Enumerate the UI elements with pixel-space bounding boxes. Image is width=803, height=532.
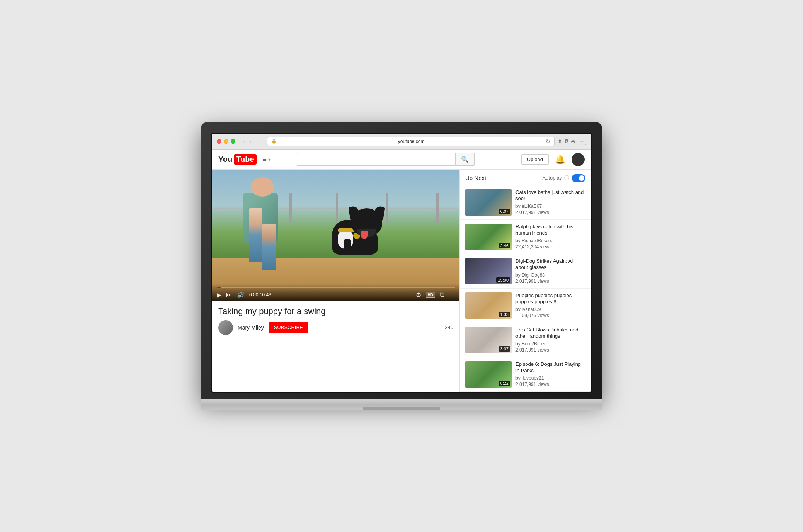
window-controls-right: ⬆ ⧉ ⊝ + <box>558 138 586 145</box>
progress-bar[interactable] <box>217 287 455 288</box>
hd-badge: HD <box>426 292 435 298</box>
miniplayer-icon: ⧉ <box>440 291 444 298</box>
user-avatar[interactable] <box>572 153 585 166</box>
person-head <box>251 177 274 197</box>
add-tab-button[interactable]: + <box>578 138 586 145</box>
minimize-button[interactable] <box>224 139 228 144</box>
notifications-button[interactable]: 🔔 <box>555 155 565 165</box>
video-meta-views: 1,109,076 views <box>515 313 585 318</box>
address-bar-container: 🔒 ↻ <box>267 137 555 146</box>
miniplayer-button[interactable]: ⧉ <box>440 291 444 298</box>
youtube-header: You Tube ≡ ▾ 🔍 Upload 🔔 <box>212 150 591 170</box>
lock-icon: 🔒 <box>271 139 277 144</box>
video-duration: 15:00 <box>496 277 510 283</box>
fence-post <box>386 193 388 224</box>
fullscreen-button[interactable]: ⛶ <box>449 291 455 298</box>
autoplay-controls: Autoplay ⓘ <box>542 174 585 182</box>
video-list-item[interactable]: 8:22 Episode 6: Dogs Just Playing in Par… <box>460 357 591 392</box>
refresh-button[interactable]: ↻ <box>546 138 550 144</box>
video-duration: 2:46 <box>499 243 510 248</box>
upload-button[interactable]: Upload <box>521 154 549 165</box>
video-list-item[interactable]: 1:33 Puppies puppies puppies puppies pup… <box>460 289 591 323</box>
back-button[interactable]: ‹ <box>242 138 247 145</box>
video-meta: Ralph plays catch with his human friends… <box>515 224 585 250</box>
video-controls-overlay: ▶ ⏭ 🔊 0:00 / <box>212 284 459 301</box>
time-total: 0:43 <box>262 292 271 297</box>
autoplay-toggle[interactable] <box>572 174 585 182</box>
next-button[interactable]: ⏭ <box>226 291 232 298</box>
channel-avatar[interactable] <box>218 320 233 335</box>
tab-duplicate-button[interactable]: ⧉ <box>565 138 568 144</box>
dog-front-leg <box>344 239 351 255</box>
window-icon-button[interactable]: ▭ <box>256 138 264 145</box>
video-thumbnail-wrap: 2:46 <box>465 224 512 250</box>
youtube-logo[interactable]: You Tube <box>218 154 257 165</box>
header-actions: Upload 🔔 <box>521 153 585 166</box>
address-bar[interactable] <box>279 139 543 144</box>
settings-icon: ⚙ <box>416 292 421 298</box>
video-list-item[interactable]: 2:46 Ralph plays catch with his human fr… <box>460 220 591 254</box>
video-list: 6:07 Cats love baths just watch and see!… <box>460 185 591 392</box>
video-meta-title: Episode 6: Dogs Just Playing in Parks <box>515 361 585 374</box>
volume-button[interactable]: 🔊 <box>237 291 245 299</box>
traffic-lights <box>217 139 235 144</box>
subscribe-button[interactable]: Subscribe <box>269 322 308 333</box>
dog-head <box>351 208 382 235</box>
video-duration: 8:22 <box>499 381 510 386</box>
video-meta-channel: by Born2Breed <box>515 341 585 347</box>
browser-titlebar: ‹ › ▭ 🔒 ↻ ⬆ ⧉ ⊝ + <box>212 134 591 150</box>
video-meta-channel: by iluvpups21 <box>515 376 585 381</box>
screen-content: ‹ › ▭ 🔒 ↻ ⬆ ⧉ ⊝ + <box>211 133 592 393</box>
fullscreen-icon: ⛶ <box>449 291 455 298</box>
video-thumbnail-wrap: 15:00 <box>465 258 512 284</box>
video-list-item[interactable]: 6:07 Cats love baths just watch and see!… <box>460 185 591 220</box>
bell-icon: 🔔 <box>555 155 565 164</box>
time-display: 0:00 / 0:43 <box>249 292 271 297</box>
hamburger-menu-button[interactable]: ≡ ▾ <box>263 155 271 163</box>
video-meta: Episode 6: Dogs Just Playing in Parks by… <box>515 361 585 388</box>
nav-buttons: ‹ › <box>242 138 253 145</box>
video-thumbnail-wrap: 8:22 <box>465 361 512 388</box>
video-meta-views: 2,017,991 views <box>515 347 585 353</box>
search-button[interactable]: 🔍 <box>455 153 475 166</box>
video-list-item[interactable]: 15:00 Digi-Dog Strikes Again: All about … <box>460 254 591 289</box>
search-icon: 🔍 <box>461 156 469 163</box>
video-info: Taking my puppy for a swing Mary Miley S… <box>212 301 459 339</box>
menu-label: ▾ <box>268 157 271 162</box>
video-section: ▶ ⏭ 🔊 0:00 / <box>212 170 459 392</box>
close-button[interactable] <box>217 139 221 144</box>
play-icon: ▶ <box>217 292 221 298</box>
video-meta-title: This Cat Blows Bubbles and other random … <box>515 327 585 340</box>
video-meta: Puppies puppies puppies puppies puppies!… <box>515 292 585 319</box>
video-meta-title: Puppies puppies puppies puppies puppies!… <box>515 292 585 306</box>
logo-tube-text: Tube <box>234 154 256 165</box>
view-count: 340 <box>445 325 453 330</box>
next-icon: ⏭ <box>226 291 232 298</box>
video-meta-title: Digi-Dog Strikes Again: All about glasse… <box>515 258 585 271</box>
laptop-frame: ‹ › ▭ 🔒 ↻ ⬆ ⧉ ⊝ + <box>201 122 602 410</box>
video-meta-views: 2,017,991 views <box>515 210 585 215</box>
main-content: ▶ ⏭ 🔊 0:00 / <box>212 170 591 392</box>
search-input[interactable] <box>297 153 455 166</box>
laptop-base <box>201 399 602 410</box>
video-player[interactable]: ▶ ⏭ 🔊 0:00 / <box>212 170 459 301</box>
play-pause-button[interactable]: ▶ <box>217 291 221 299</box>
video-meta-views: 2,017,991 views <box>515 279 585 284</box>
screen-bezel: ‹ › ▭ 🔒 ↻ ⬆ ⧉ ⊝ + <box>201 122 602 399</box>
video-thumbnail-wrap: 6:07 <box>465 189 512 216</box>
dog-back-leg <box>362 237 371 255</box>
share-button[interactable]: ⬆ <box>558 138 562 144</box>
video-frame <box>212 170 459 301</box>
controls-row: ▶ ⏭ 🔊 0:00 / <box>217 291 455 299</box>
video-meta: Digi-Dog Strikes Again: All about glasse… <box>515 258 585 284</box>
settings-button[interactable]: ⚙ <box>416 291 421 299</box>
channel-row: Mary Miley Subscribe 340 <box>218 320 453 335</box>
download-button[interactable]: ⊝ <box>571 138 575 144</box>
forward-button[interactable]: › <box>248 138 253 145</box>
video-list-item[interactable]: 3:07 This Cat Blows Bubbles and other ra… <box>460 323 591 357</box>
maximize-button[interactable] <box>231 139 235 144</box>
avatar-image <box>218 320 233 335</box>
channel-name[interactable]: Mary Miley <box>238 325 264 331</box>
video-duration: 1:33 <box>499 312 510 317</box>
autoplay-info-icon[interactable]: ⓘ <box>564 175 569 182</box>
